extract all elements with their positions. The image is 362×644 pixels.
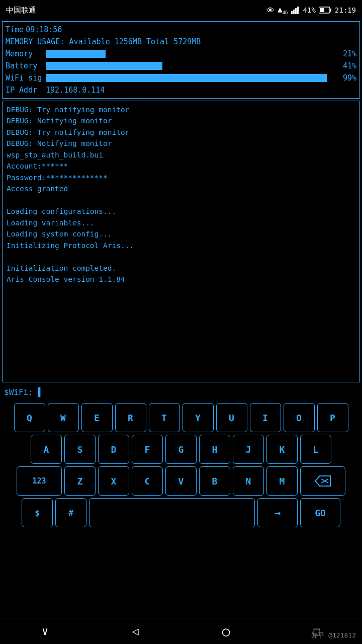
wifi-icon: ▲46 xyxy=(278,5,288,15)
key-x[interactable]: X xyxy=(98,466,129,496)
key-a[interactable]: A xyxy=(31,435,62,464)
key-f[interactable]: F xyxy=(132,435,163,464)
nav-down[interactable]: ∨ xyxy=(42,625,48,637)
console-line: DEBUG: Try notifying monitor xyxy=(7,104,355,115)
key-i[interactable]: I xyxy=(250,403,281,432)
svg-rect-2 xyxy=(295,8,297,14)
console-line: DEBUG: Try notifying monitor xyxy=(7,127,355,138)
key-z[interactable]: Z xyxy=(64,466,96,496)
key-arrow[interactable]: → xyxy=(257,498,298,527)
key-j[interactable]: J xyxy=(233,435,264,464)
console-line: wsp_stp_auth_build.bui xyxy=(7,149,355,160)
key-k[interactable]: K xyxy=(266,435,298,464)
time-row: Time 09:18:56 xyxy=(6,24,356,36)
ip-row: IP Addr 192.168.0.114 xyxy=(6,84,356,96)
wifi-row: WiFi sig 99% xyxy=(6,72,356,84)
info-panel: Time 09:18:56 MEMORY USAGE: Available 12… xyxy=(2,21,360,99)
console-line: Access granted xyxy=(7,183,355,194)
svg-rect-1 xyxy=(293,10,295,14)
key-backspace[interactable] xyxy=(300,466,345,496)
key-c[interactable]: C xyxy=(132,466,163,496)
key-q[interactable]: Q xyxy=(14,403,45,432)
memory-bar-container xyxy=(46,50,330,58)
battery-icon xyxy=(319,7,332,14)
svg-marker-7 xyxy=(315,476,330,486)
key-space[interactable] xyxy=(89,498,255,527)
status-bar: 中国联通 👁 ▲46 41% 21:19 xyxy=(0,0,362,20)
svg-rect-5 xyxy=(330,9,331,12)
key-b[interactable]: B xyxy=(199,466,230,496)
key-t[interactable]: T xyxy=(149,403,180,432)
wifi-bar-container xyxy=(46,74,330,82)
console-line: Account:****** xyxy=(7,160,355,172)
battery-label: Battery xyxy=(6,60,46,72)
cursor: ▌ xyxy=(38,387,43,397)
key-h[interactable]: H xyxy=(199,435,230,464)
time-label: Time xyxy=(6,24,24,36)
svg-rect-0 xyxy=(291,11,293,14)
keyboard-row-4: $ # → GO xyxy=(2,498,360,527)
console-line: Loading configurations... xyxy=(7,206,355,217)
memory-usage-row: MEMORY USAGE: Available 1256MB Total 572… xyxy=(6,36,356,48)
console-line: Initializing Protocol Aris... xyxy=(7,240,355,251)
memory-usage-text: MEMORY USAGE: Available 1256MB Total 572… xyxy=(6,36,201,48)
nav-back[interactable]: ◁ xyxy=(132,625,138,637)
battery-bar-container xyxy=(46,62,330,70)
key-w[interactable]: W xyxy=(48,403,79,432)
console-line: DEBUG: Notifying monitor xyxy=(7,138,355,149)
key-y[interactable]: Y xyxy=(183,403,214,432)
key-p[interactable]: P xyxy=(317,403,348,432)
input-prompt: $WiFi: xyxy=(4,387,33,397)
wifi-bar xyxy=(46,74,327,82)
battery-percent: 41% xyxy=(303,6,316,14)
key-r[interactable]: R xyxy=(115,403,146,432)
console-line: Password:************** xyxy=(7,172,355,183)
key-go[interactable]: GO xyxy=(300,498,340,527)
eye-icon: 👁 xyxy=(266,6,275,15)
carrier-label: 中国联通 xyxy=(6,6,36,15)
input-line[interactable]: $WiFi: ▌ xyxy=(0,384,362,400)
key-l[interactable]: L xyxy=(300,435,331,464)
key-g[interactable]: G xyxy=(165,435,197,464)
keyboard: Q W E R T Y U I O P A S D F G H J K L 12… xyxy=(0,400,362,532)
battery-row: Battery 41% xyxy=(6,60,356,72)
signal-icon xyxy=(291,6,300,14)
ip-value: 192.168.0.114 xyxy=(46,84,105,96)
console-panel: DEBUG: Try notifying monitorDEBUG: Notif… xyxy=(2,101,360,382)
memory-value: 21% xyxy=(334,48,356,60)
console-line: Loading system config... xyxy=(7,228,355,239)
console-line: Initialization completed. xyxy=(7,263,355,274)
memory-label: Memory xyxy=(6,48,46,60)
watermark: 知乎 @121812 xyxy=(311,631,356,640)
wifi-label: WiFi sig xyxy=(6,72,46,84)
console-line xyxy=(7,251,355,262)
time-value: 09:18:56 xyxy=(26,24,62,36)
nav-home[interactable]: ○ xyxy=(222,624,230,639)
key-u[interactable]: U xyxy=(216,403,247,432)
keyboard-row-1: Q W E R T Y U I O P xyxy=(2,403,360,432)
nav-bar: ∨ ◁ ○ □ 知乎 @121812 xyxy=(0,618,362,644)
console-line: Aris Console version 1.1.84 xyxy=(7,274,355,285)
key-e[interactable]: E xyxy=(81,403,113,432)
key-s[interactable]: S xyxy=(64,435,96,464)
key-o[interactable]: O xyxy=(284,403,315,432)
memory-row: Memory 21% xyxy=(6,48,356,60)
key-n[interactable]: N xyxy=(233,466,264,496)
memory-bar xyxy=(46,50,106,58)
key-v[interactable]: V xyxy=(165,466,197,496)
time-display: 21:19 xyxy=(335,6,356,14)
console-line: Loading variables... xyxy=(7,217,355,228)
battery-bar xyxy=(46,62,162,70)
key-d[interactable]: D xyxy=(98,435,129,464)
backspace-icon xyxy=(315,475,331,487)
key-hash[interactable]: # xyxy=(55,498,86,527)
battery-value: 41% xyxy=(334,60,356,72)
keyboard-row-3: 123 Z X C V B N M xyxy=(2,466,360,496)
key-dollar[interactable]: $ xyxy=(22,498,53,527)
key-m[interactable]: M xyxy=(266,466,298,496)
svg-rect-3 xyxy=(297,7,299,14)
svg-rect-6 xyxy=(320,8,324,12)
console-line xyxy=(7,195,355,206)
key-123[interactable]: 123 xyxy=(17,466,62,496)
ip-label: IP Addr xyxy=(6,84,46,96)
